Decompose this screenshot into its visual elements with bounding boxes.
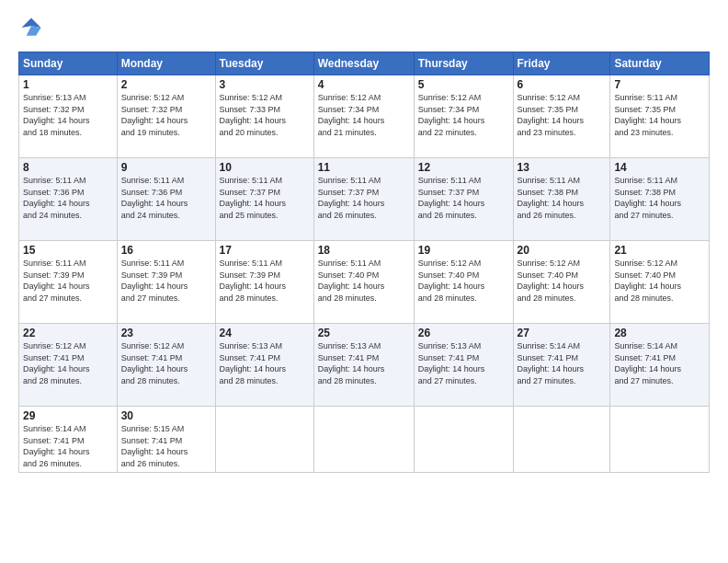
weekday-header-row: SundayMondayTuesdayWednesdayThursdayFrid… [19, 52, 710, 75]
day-number: 20 [518, 244, 607, 257]
day-number: 24 [220, 327, 310, 339]
day-info: Sunrise: 5:13 AM Sunset: 7:32 PM Dayligh… [23, 92, 113, 138]
calendar-cell: 17Sunrise: 5:11 AM Sunset: 7:39 PM Dayli… [215, 241, 313, 324]
day-number: 11 [318, 161, 410, 174]
day-info: Sunrise: 5:11 AM Sunset: 7:37 PM Dayligh… [318, 175, 410, 221]
logo [18, 15, 48, 40]
day-number: 15 [23, 244, 113, 257]
day-info: Sunrise: 5:11 AM Sunset: 7:38 PM Dayligh… [614, 175, 705, 221]
day-info: Sunrise: 5:12 AM Sunset: 7:33 PM Dayligh… [220, 92, 310, 138]
weekday-saturday: Saturday [610, 52, 710, 75]
calendar-cell: 24Sunrise: 5:13 AM Sunset: 7:41 PM Dayli… [215, 324, 313, 407]
calendar-cell: 6Sunrise: 5:12 AM Sunset: 7:35 PM Daylig… [513, 75, 610, 158]
day-number: 7 [614, 78, 705, 91]
day-number: 23 [121, 327, 211, 339]
calendar-week-3: 15Sunrise: 5:11 AM Sunset: 7:39 PM Dayli… [19, 241, 710, 324]
day-info: Sunrise: 5:12 AM Sunset: 7:40 PM Dayligh… [614, 258, 705, 304]
calendar-cell: 8Sunrise: 5:11 AM Sunset: 7:36 PM Daylig… [19, 158, 118, 241]
calendar-cell: 13Sunrise: 5:11 AM Sunset: 7:38 PM Dayli… [513, 158, 610, 241]
day-info: Sunrise: 5:12 AM Sunset: 7:32 PM Dayligh… [121, 92, 211, 138]
header [18, 15, 710, 40]
day-number: 21 [614, 244, 705, 257]
calendar-cell: 7Sunrise: 5:11 AM Sunset: 7:35 PM Daylig… [610, 75, 710, 158]
day-number: 9 [121, 161, 211, 174]
day-number: 29 [23, 409, 113, 422]
logo-icon [18, 15, 44, 40]
weekday-monday: Monday [117, 52, 215, 75]
weekday-wednesday: Wednesday [313, 52, 414, 75]
day-number: 12 [418, 161, 509, 174]
day-number: 10 [220, 161, 310, 174]
day-number: 17 [220, 244, 310, 257]
calendar-week-2: 8Sunrise: 5:11 AM Sunset: 7:36 PM Daylig… [19, 158, 710, 241]
calendar-cell [313, 407, 414, 473]
day-number: 18 [318, 244, 410, 257]
day-number: 13 [518, 161, 607, 174]
calendar-cell: 30Sunrise: 5:15 AM Sunset: 7:41 PM Dayli… [117, 407, 215, 473]
calendar-cell [513, 407, 610, 473]
day-number: 26 [418, 327, 509, 339]
calendar-cell: 1Sunrise: 5:13 AM Sunset: 7:32 PM Daylig… [19, 75, 118, 158]
calendar-cell: 9Sunrise: 5:11 AM Sunset: 7:36 PM Daylig… [117, 158, 215, 241]
day-info: Sunrise: 5:11 AM Sunset: 7:35 PM Dayligh… [614, 92, 705, 138]
day-info: Sunrise: 5:11 AM Sunset: 7:36 PM Dayligh… [121, 175, 211, 221]
day-info: Sunrise: 5:11 AM Sunset: 7:39 PM Dayligh… [220, 258, 310, 304]
calendar-cell: 3Sunrise: 5:12 AM Sunset: 7:33 PM Daylig… [215, 75, 313, 158]
day-info: Sunrise: 5:15 AM Sunset: 7:41 PM Dayligh… [121, 423, 211, 469]
calendar-cell: 28Sunrise: 5:14 AM Sunset: 7:41 PM Dayli… [610, 324, 710, 407]
day-info: Sunrise: 5:12 AM Sunset: 7:41 PM Dayligh… [121, 340, 211, 386]
weekday-thursday: Thursday [414, 52, 513, 75]
calendar-cell: 21Sunrise: 5:12 AM Sunset: 7:40 PM Dayli… [610, 241, 710, 324]
day-number: 2 [121, 78, 211, 91]
calendar-cell [215, 407, 313, 473]
calendar-table: SundayMondayTuesdayWednesdayThursdayFrid… [18, 52, 710, 473]
day-info: Sunrise: 5:12 AM Sunset: 7:34 PM Dayligh… [418, 92, 509, 138]
day-info: Sunrise: 5:12 AM Sunset: 7:40 PM Dayligh… [518, 258, 607, 304]
day-info: Sunrise: 5:11 AM Sunset: 7:39 PM Dayligh… [23, 258, 113, 304]
day-number: 5 [418, 78, 509, 91]
day-info: Sunrise: 5:11 AM Sunset: 7:40 PM Dayligh… [318, 258, 410, 304]
calendar-cell: 2Sunrise: 5:12 AM Sunset: 7:32 PM Daylig… [117, 75, 215, 158]
day-number: 19 [418, 244, 509, 257]
day-info: Sunrise: 5:12 AM Sunset: 7:41 PM Dayligh… [23, 340, 113, 386]
day-number: 27 [518, 327, 607, 339]
calendar-cell: 23Sunrise: 5:12 AM Sunset: 7:41 PM Dayli… [117, 324, 215, 407]
day-number: 30 [121, 409, 211, 422]
calendar-cell [414, 407, 513, 473]
weekday-tuesday: Tuesday [215, 52, 313, 75]
day-info: Sunrise: 5:11 AM Sunset: 7:37 PM Dayligh… [418, 175, 509, 221]
day-number: 4 [318, 78, 410, 91]
calendar-cell: 12Sunrise: 5:11 AM Sunset: 7:37 PM Dayli… [414, 158, 513, 241]
calendar-cell: 4Sunrise: 5:12 AM Sunset: 7:34 PM Daylig… [313, 75, 414, 158]
calendar-cell: 29Sunrise: 5:14 AM Sunset: 7:41 PM Dayli… [19, 407, 118, 473]
day-info: Sunrise: 5:14 AM Sunset: 7:41 PM Dayligh… [614, 340, 705, 386]
calendar-cell: 19Sunrise: 5:12 AM Sunset: 7:40 PM Dayli… [414, 241, 513, 324]
day-info: Sunrise: 5:12 AM Sunset: 7:40 PM Dayligh… [418, 258, 509, 304]
day-number: 25 [318, 327, 410, 339]
day-info: Sunrise: 5:13 AM Sunset: 7:41 PM Dayligh… [220, 340, 310, 386]
day-number: 3 [220, 78, 310, 91]
day-info: Sunrise: 5:11 AM Sunset: 7:37 PM Dayligh… [220, 175, 310, 221]
calendar-cell: 20Sunrise: 5:12 AM Sunset: 7:40 PM Dayli… [513, 241, 610, 324]
day-info: Sunrise: 5:12 AM Sunset: 7:34 PM Dayligh… [318, 92, 410, 138]
calendar-cell: 16Sunrise: 5:11 AM Sunset: 7:39 PM Dayli… [117, 241, 215, 324]
calendar-cell: 18Sunrise: 5:11 AM Sunset: 7:40 PM Dayli… [313, 241, 414, 324]
day-info: Sunrise: 5:14 AM Sunset: 7:41 PM Dayligh… [518, 340, 607, 386]
calendar-cell: 26Sunrise: 5:13 AM Sunset: 7:41 PM Dayli… [414, 324, 513, 407]
day-number: 14 [614, 161, 705, 174]
calendar-cell: 25Sunrise: 5:13 AM Sunset: 7:41 PM Dayli… [313, 324, 414, 407]
calendar-week-1: 1Sunrise: 5:13 AM Sunset: 7:32 PM Daylig… [19, 75, 710, 158]
day-number: 8 [23, 161, 113, 174]
calendar-cell: 14Sunrise: 5:11 AM Sunset: 7:38 PM Dayli… [610, 158, 710, 241]
calendar-cell: 10Sunrise: 5:11 AM Sunset: 7:37 PM Dayli… [215, 158, 313, 241]
day-number: 16 [121, 244, 211, 257]
weekday-sunday: Sunday [19, 52, 118, 75]
weekday-friday: Friday [513, 52, 610, 75]
day-info: Sunrise: 5:11 AM Sunset: 7:38 PM Dayligh… [518, 175, 607, 221]
calendar-week-4: 22Sunrise: 5:12 AM Sunset: 7:41 PM Dayli… [19, 324, 710, 407]
day-number: 22 [23, 327, 113, 339]
day-info: Sunrise: 5:11 AM Sunset: 7:36 PM Dayligh… [23, 175, 113, 221]
svg-marker-2 [27, 26, 41, 36]
day-number: 6 [518, 78, 607, 91]
day-number: 1 [23, 78, 113, 91]
